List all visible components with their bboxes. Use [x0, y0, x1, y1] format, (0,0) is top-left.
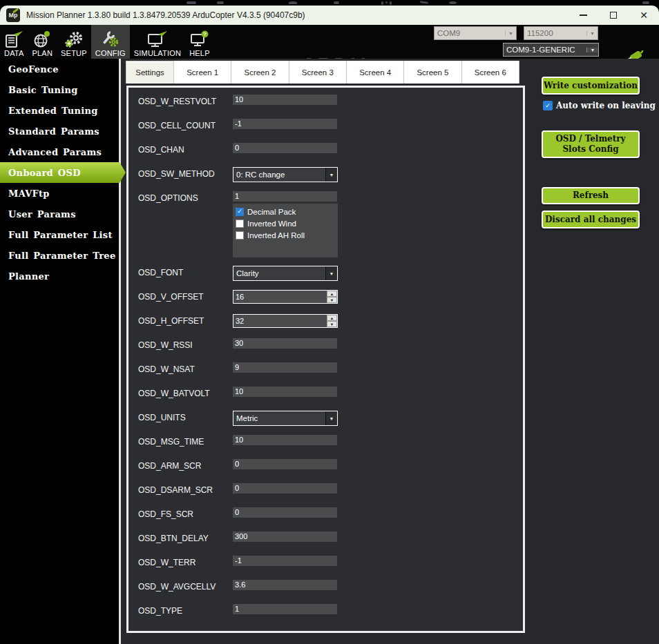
checkbox-decimal-pack[interactable]: ✓ [236, 208, 244, 216]
spinner-up-button[interactable]: ▲ [327, 315, 337, 321]
auto-write-checkbox[interactable]: ✓ [543, 101, 553, 110]
minimize-button[interactable] [568, 6, 598, 25]
tab[interactable]: Screen 1 [174, 61, 231, 84]
discard-all-changes-button[interactable]: Discard all changes [542, 211, 640, 228]
osd-settings-panel: OSD_W_RESTVOLT 10 OSD_CELL_COUNT -1 [126, 86, 525, 633]
tab[interactable]: Settings [126, 61, 174, 84]
param-row: OSD_FS_SCR 0 [138, 503, 523, 527]
maximize-icon [610, 12, 617, 19]
chevron-down-icon[interactable]: ▼ [325, 266, 337, 280]
param-row: OSD_FONT Clarity ▼ [138, 262, 523, 286]
param-spinner[interactable]: 16 ▲ ▼ [233, 290, 338, 304]
auto-write-label: Auto write on leaving [556, 101, 656, 110]
tab[interactable]: Screen 4 [347, 61, 404, 84]
param-label: OSD_W_BATVOLT [138, 382, 233, 398]
spinner-up-button[interactable]: ▲ [327, 291, 337, 297]
sidebar-divider [119, 59, 121, 644]
param-text-input[interactable]: 300 [233, 531, 337, 542]
write-customization-button[interactable]: Write customization [542, 77, 640, 95]
simulation-monitor-icon [147, 30, 168, 48]
close-button[interactable]: ✕ [629, 6, 659, 25]
svg-text:?: ? [203, 31, 207, 37]
sidebar-item[interactable]: Standard Params [0, 121, 119, 142]
sidebar-item[interactable]: GeoFence [0, 59, 119, 79]
com-port-select[interactable]: COM9 ▼ [434, 26, 517, 40]
nav-simulation-button[interactable]: SIMULATION [130, 25, 185, 59]
param-row: OSD_ARM_SCR 0 [138, 455, 523, 479]
param-dropdown[interactable]: 0: RC change ▼ [233, 167, 338, 182]
param-text-input[interactable]: 1 [233, 604, 337, 614]
globe-plan-icon [32, 30, 52, 48]
sidebar-item[interactable]: Basic Tuning [0, 79, 119, 100]
nav-setup-button[interactable]: SETUP [57, 25, 91, 59]
option-row: ✓ Inverted Wind [236, 217, 338, 229]
nav-config-button[interactable]: CONFIG [91, 25, 130, 59]
sidebar-item[interactable]: User Params [0, 204, 119, 224]
chevron-down-icon: ▼ [505, 31, 516, 36]
tab[interactable]: Screen 3 [289, 61, 347, 84]
sidebar-item[interactable]: Planner [0, 266, 119, 286]
sidebar-item[interactable]: Full Parameter Tree [0, 245, 119, 266]
maximize-button[interactable] [598, 6, 629, 25]
param-text-input[interactable]: 3.6 [233, 580, 337, 590]
param-label: OSD_W_TERR [138, 552, 233, 567]
tab[interactable]: Screen 2 [231, 61, 289, 84]
osd-telemetry-slots-config-button[interactable]: OSD / Telmetry Slots Config [542, 130, 640, 158]
param-text-input[interactable]: 30 [233, 338, 337, 349]
param-text-input[interactable]: 0 [233, 483, 337, 494]
connection-string-select[interactable]: COM9-1-GENERIC ▼ [503, 43, 599, 57]
param-text-input[interactable]: -1 [233, 556, 337, 566]
param-spinner[interactable]: 32 ▲ ▼ [233, 314, 338, 328]
param-label: OSD_H_OFFSET [138, 310, 233, 326]
param-text-input[interactable]: 10 [233, 435, 337, 445]
sidebar-item[interactable]: Onboard OSD [0, 162, 126, 183]
param-text-input[interactable]: 10 [233, 95, 337, 105]
param-label: OSD_W_RSSI [138, 334, 233, 350]
check-icon: ✓ [545, 103, 551, 109]
app-icon: Mp [6, 8, 20, 22]
param-row: OSD_W_RESTVOLT 10 [138, 90, 523, 115]
param-label: OSD_DSARM_SCR [138, 479, 233, 495]
param-text-input[interactable]: 0 [233, 143, 337, 153]
help-monitor-icon: ? [190, 30, 209, 48]
param-dropdown[interactable]: Metric ▼ [233, 411, 338, 426]
checkbox-inverted-wind[interactable]: ✓ [236, 219, 244, 228]
check-icon: ✓ [237, 208, 242, 215]
param-row: OSD_W_TERR -1 [138, 552, 523, 576]
param-text-input[interactable]: 1 [233, 191, 337, 202]
baud-rate-select[interactable]: 115200 ▼ [524, 26, 598, 40]
auto-write-row: ✓ Auto write on leaving [543, 101, 656, 110]
sidebar-item[interactable]: Extended Tuning [0, 100, 119, 121]
tab[interactable]: Screen 6 [462, 61, 519, 84]
param-dropdown[interactable]: Clarity ▼ [233, 266, 338, 281]
refresh-button[interactable]: Refresh [542, 187, 640, 204]
param-row: OSD_TYPE 1 [138, 600, 523, 624]
window-title: Mission Planner 1.3.80 build 1.3.8479.20… [26, 10, 305, 20]
param-row: OSD_UNITS Metric ▼ [138, 407, 523, 431]
nav-plan-button[interactable]: PLAN [28, 25, 57, 59]
sidebar-item[interactable]: MAVFtp [0, 183, 119, 204]
chevron-down-icon[interactable]: ▼ [325, 411, 337, 425]
nav-help-button[interactable]: ? HELP [185, 25, 214, 59]
flight-data-icon [4, 30, 23, 48]
config-sidebar: GeoFence Basic Tuning Extended Tuning St… [0, 59, 119, 644]
nav-data-button[interactable]: DATA [0, 25, 28, 59]
param-text-input[interactable]: 10 [233, 387, 337, 397]
tab[interactable]: Screen 5 [404, 61, 461, 84]
param-row: OSD_DSARM_SCR 0 [138, 479, 523, 503]
param-label: OSD_FS_SCR [138, 503, 233, 519]
param-text-input[interactable]: 0 [233, 507, 337, 518]
param-text-input[interactable]: 9 [233, 362, 337, 373]
param-row: OSD_BTN_DELAY 300 [138, 527, 523, 552]
chevron-down-icon[interactable]: ▼ [325, 168, 337, 182]
param-label: OSD_MSG_TIME [138, 431, 233, 447]
chevron-down-icon: ▼ [586, 31, 598, 36]
param-text-input[interactable]: -1 [233, 119, 337, 129]
spinner-down-button[interactable]: ▼ [327, 297, 337, 303]
param-text-input[interactable]: 0 [233, 459, 337, 469]
checkbox-inverted-ah-roll[interactable]: ✓ [236, 231, 244, 240]
sidebar-item[interactable]: Full Parameter List [0, 224, 119, 245]
spinner-down-button[interactable]: ▼ [327, 321, 337, 327]
sidebar-item[interactable]: Advanced Params [0, 142, 119, 162]
param-label: OSD_CHAN [138, 139, 233, 155]
